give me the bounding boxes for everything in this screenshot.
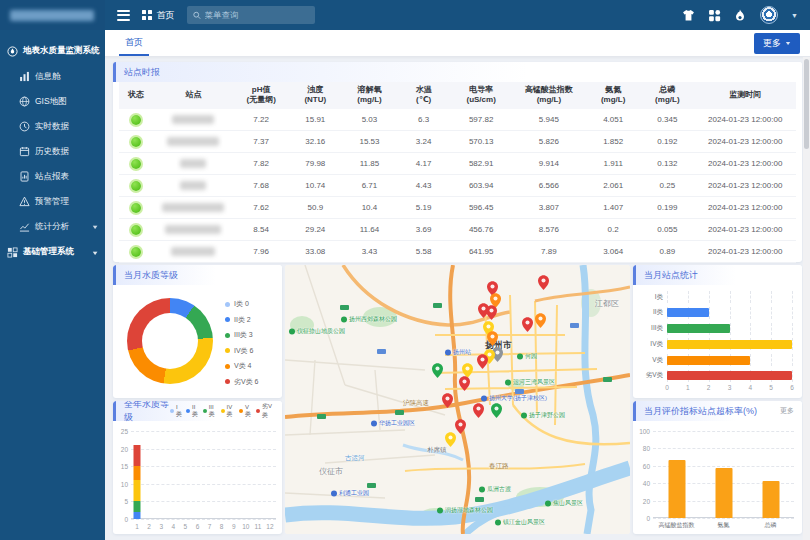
map-pin-red[interactable] [442,393,453,410]
sidebar-item-站点报表[interactable]: 站点报表 [0,164,105,189]
cell-ammonia_nitrogen: 1.911 [586,153,640,175]
status-dot-normal [131,247,141,257]
cell-permanganate_index: 7.89 [512,241,586,263]
map-pin-green[interactable] [432,363,443,380]
poi-icon [445,349,451,355]
map-pin-red[interactable] [477,354,488,371]
map-pin-green[interactable] [491,403,502,420]
legend-dot [225,302,230,307]
legend-dot [225,348,230,353]
map-pin-red[interactable] [486,305,497,322]
menu-search[interactable] [187,6,315,24]
chevron-up-icon: ▲ [104,48,112,54]
hbar-row-I类: I类 [639,291,792,303]
panel-annual-quality-stacked: 全年水质等级 I类II类III类IV类V类劣V类 051015202512345… [113,401,282,534]
tab-home[interactable]: 首页 [119,30,149,56]
cell-ammonia_nitrogen: 1.407 [586,197,640,219]
station-table-body: 7.2215.915.036.3597.825.9454.0510.345202… [119,109,796,263]
map-label-station: 扬州站 [445,348,471,357]
cell-ammonia_nitrogen: 2.061 [586,175,640,197]
legend-dot [225,379,230,384]
sidebar-item-信息舱[interactable]: 信息舱 [0,64,105,89]
sidebar-menu: 地表水质量监测系统▲信息舱GIS地图实时数据历史数据站点报表预警管理统计分析▼基… [0,30,105,265]
flame-icon[interactable] [734,9,747,22]
hbar-row-II类: II类 [639,307,792,319]
sidebar-item-统计分析[interactable]: 统计分析▼ [0,214,105,239]
scrollbar-thumb[interactable] [804,59,809,149]
map-pin-red[interactable] [473,403,484,420]
panel-exceedance-rate: 当月评价指标站点超标率(%) 更多 020406080100高锰酸盐指数氨氮总磷 [633,401,802,534]
cell-water_temp: 5.19 [397,197,451,219]
cell-time: 2024-01-23 12:00:00 [694,175,796,197]
map-pin-orange[interactable] [535,313,546,330]
map-pin-red[interactable] [538,275,549,292]
col-header: pH值(无量纲) [234,82,288,109]
table-row[interactable]: 7.3732.1615.533.24570.135.8261.8520.1922… [119,131,796,153]
map-label-road: 春江路 [489,462,509,471]
hbar-label: IV类 [639,340,663,349]
table-row[interactable]: 7.6250.910.45.19596.453.8071.4070.199202… [119,197,796,219]
panel-station-report: 站点时报 状态站点pH值(无量纲)浊度(NTU)溶解氧(mg/L)水温(℃)电导… [113,62,802,262]
x-tick: 1 [686,384,690,391]
x-tick: 1 [135,523,139,530]
station-name-redacted [180,159,206,168]
cell-total_phosphorus: 0.89 [640,241,694,263]
cell-dissolved_oxygen: 3.43 [342,241,396,263]
theme-shirt-icon[interactable] [682,9,695,22]
cell-total_phosphorus: 0.199 [640,197,694,219]
x-tick: 3 [159,523,163,530]
table-row[interactable]: 7.2215.915.036.3597.825.9454.0510.345202… [119,109,796,131]
search-icon [193,11,201,20]
y-tick: 10 [121,480,128,487]
vbar-总磷 [762,481,779,518]
page-scrollbar[interactable] [803,57,810,540]
table-row[interactable]: 7.8279.9811.854.17582.919.9141.9110.1322… [119,153,796,175]
nav-home[interactable]: 首页 [142,9,175,22]
col-header: 溶解氧(mg/L) [342,82,396,109]
map-panel[interactable]: 扬州市江都区仪征市沪陕高速春江路古运河扬州西郊森林公园仪征捺山地质公园运河三湾风… [285,265,630,534]
donut-chart: I类 0II类 2III类 3IV类 6V类 4劣V类 6 [113,285,282,398]
cell-water_temp: 4.17 [397,153,451,175]
hamburger-menu-icon[interactable] [117,10,130,21]
table-row[interactable]: 8.5429.2411.643.69456.768.5760.20.055202… [119,219,796,241]
map-pin-yellow[interactable] [445,432,456,449]
sidebar-item-GIS地图[interactable]: GIS地图 [0,89,105,114]
x-tick: 2 [147,523,151,530]
more-button[interactable]: 更多 ▼ [754,33,800,54]
table-row[interactable]: 7.9633.083.435.58641.957.893.0640.892024… [119,241,796,263]
system-icon [7,46,18,57]
map-pin-red[interactable] [459,376,470,393]
x-tick: 2 [707,384,711,391]
map-pin-red[interactable] [455,419,466,436]
panel-more-link[interactable]: 更多 [780,406,794,416]
sidebar-item-预警管理[interactable]: 预警管理 [0,189,105,214]
y-tick: 80 [643,445,650,452]
hbar-bar [667,324,730,333]
bottom-grid: 当月水质等级 I类 0II类 2III类 3IV类 6V类 4劣V类 6 全年水… [113,265,802,534]
cell-total_phosphorus: 0.132 [640,153,694,175]
avatar[interactable] [760,6,778,24]
layout-icon[interactable] [708,9,721,22]
base-system-icon [7,247,18,258]
y-tick: 20 [121,445,128,452]
hbar-label: 劣V类 [639,371,663,380]
cell-ph: 7.62 [234,197,288,219]
sidebar-group-0[interactable]: 地表水质量监测系统▲ [0,38,105,64]
map-pin-orange[interactable] [487,331,498,348]
search-input[interactable] [205,10,309,20]
sidebar-item-实时数据[interactable]: 实时数据 [0,114,105,139]
legend-item: 劣V类 [256,402,274,420]
panel-monthly-quality-donut: 当月水质等级 I类 0II类 2III类 3IV类 6V类 4劣V类 6 [113,265,282,398]
cell-dissolved_oxygen: 6.71 [342,175,396,197]
table-row[interactable]: 7.6810.746.714.43603.946.5662.0610.25202… [119,175,796,197]
map-pin-red[interactable] [522,317,533,334]
sidebar-group-1[interactable]: 基础管理系统▼ [0,239,105,265]
x-tick: 3 [728,384,732,391]
x-tick: 6 [196,523,200,530]
sidebar-item-历史数据[interactable]: 历史数据 [0,139,105,164]
user-chevron-down-icon[interactable]: ▼ [791,12,798,19]
vbar-panel-header: 当月评价指标站点超标率(%) 更多 [633,401,802,421]
panel-title: 当月评价指标站点超标率(%) [644,405,757,418]
park-icon [521,412,527,418]
topbar: 首页 ▼ [105,0,810,30]
